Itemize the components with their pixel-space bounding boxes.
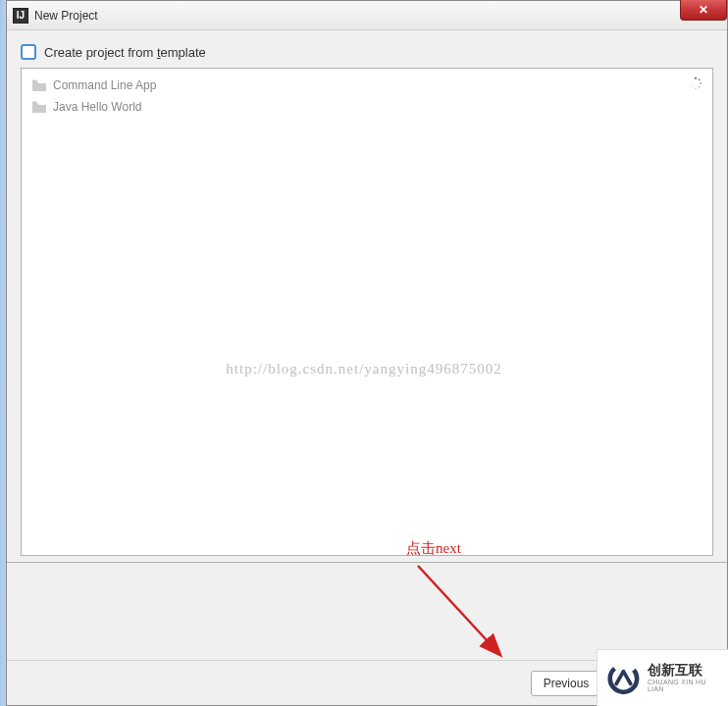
svg-point-7: [692, 79, 693, 80]
svg-point-2: [700, 82, 702, 84]
template-list: Command Line App Java Hello World: [21, 68, 713, 556]
template-item-label: Java Hello World: [53, 100, 141, 114]
template-item-label: Command Line App: [53, 78, 156, 92]
description-panel: [7, 562, 727, 660]
svg-point-4: [695, 87, 697, 89]
dialog-window: IJ New Project ✕ Create project from tem…: [6, 0, 728, 706]
template-checkbox[interactable]: [21, 44, 36, 60]
annotation-label: 点击next: [406, 539, 461, 558]
close-icon: ✕: [699, 3, 708, 17]
titlebar[interactable]: IJ New Project ✕: [7, 1, 727, 30]
list-item[interactable]: Command Line App: [29, 75, 704, 96]
logo-text-en: CHUANG XIN HU LIAN: [648, 679, 718, 693]
template-checkbox-label[interactable]: Create project from template: [44, 45, 206, 60]
app-icon: IJ: [13, 8, 28, 24]
logo-text-cn: 创新互联: [648, 663, 718, 678]
folder-icon: [31, 101, 47, 114]
svg-point-3: [699, 86, 701, 88]
logo-badge: 创新互联 CHUANG XIN HU LIAN: [597, 649, 728, 706]
logo-icon: [607, 661, 640, 696]
logo-text: 创新互联 CHUANG XIN HU LIAN: [648, 663, 718, 693]
loading-spinner-icon: [689, 76, 702, 90]
template-checkbox-row: Create project from template: [21, 44, 713, 60]
svg-point-6: [690, 82, 691, 83]
previous-button[interactable]: Previous: [531, 671, 601, 696]
content-area: Create project from template: [7, 30, 727, 660]
svg-point-10: [607, 661, 640, 696]
svg-point-1: [699, 78, 701, 80]
window-title: New Project: [34, 9, 98, 23]
svg-point-5: [692, 86, 694, 88]
list-item[interactable]: Java Hello World: [29, 96, 704, 118]
watermark-text: http://blog.csdn.net/yangying496875002: [226, 361, 501, 378]
svg-point-0: [695, 76, 698, 79]
folder-icon: [31, 79, 47, 92]
close-button[interactable]: ✕: [680, 0, 727, 21]
